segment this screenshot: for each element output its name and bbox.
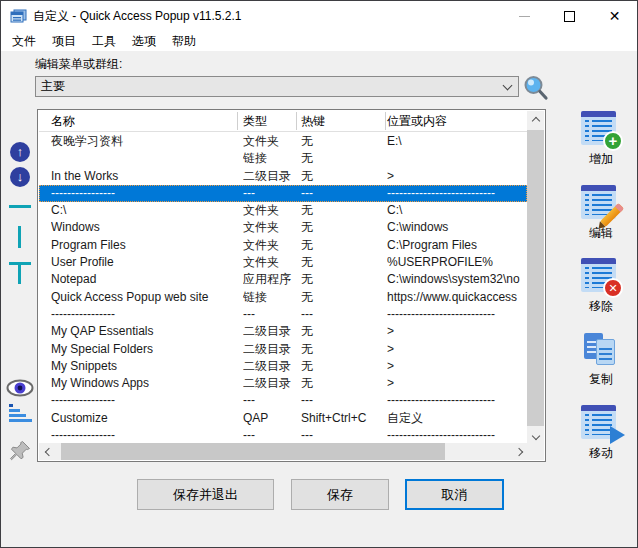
copy-button[interactable]: 复制 xyxy=(567,331,635,388)
magnifier-icon xyxy=(522,74,550,102)
sort-bars-icon xyxy=(9,404,13,407)
maximize-button[interactable] xyxy=(547,1,592,31)
eye-icon xyxy=(6,378,34,398)
app-window: 自定义 - Quick Access Popup v11.5.2.1 ✕ 文件 … xyxy=(0,0,638,548)
app-icon xyxy=(10,8,27,27)
table-row[interactable]: User Profile 文件夹 无 %USERPROFILE% xyxy=(39,254,527,271)
add-button[interactable]: + 增加 xyxy=(567,111,635,168)
menu-tools[interactable]: 工具 xyxy=(84,31,124,51)
table-row[interactable]: Notepad 应用程序 无 C:\windows\system32\no xyxy=(39,271,527,288)
move-button[interactable]: 移动 xyxy=(567,405,635,462)
add-item-icon: + xyxy=(581,111,621,149)
items-table: 名称 类型 热键 位置或内容 夜晚学习资料 文件夹 无 E:\ 链接 无 In … xyxy=(37,109,546,462)
table-row[interactable]: My Special Folders 二级目录 无 > xyxy=(39,341,527,358)
add-menu-break-button[interactable] xyxy=(9,262,31,284)
move-item-icon xyxy=(581,405,621,443)
minimize-button[interactable] xyxy=(502,1,547,31)
table-row[interactable]: 链接 无 xyxy=(39,150,527,167)
table-header: 名称 类型 热键 位置或内容 xyxy=(39,110,527,132)
title-bar: 自定义 - Quick Access Popup v11.5.2.1 ✕ xyxy=(1,1,637,31)
horizontal-scroll-thumb[interactable] xyxy=(61,443,445,460)
arrow-up-icon: ↑ xyxy=(17,144,24,159)
vertical-scrollbar[interactable] xyxy=(527,111,544,446)
arrow-right-icon xyxy=(610,426,625,444)
add-column-break-button[interactable] xyxy=(18,226,21,248)
table-row[interactable]: My QAP Essentials 二级目录 无 > xyxy=(39,323,527,340)
menu-item[interactable]: 项目 xyxy=(44,31,84,51)
vertical-scroll-thumb[interactable] xyxy=(527,130,544,426)
menu-help[interactable]: 帮助 xyxy=(164,31,204,51)
table-row[interactable]: In the Works 二级目录 无 > xyxy=(39,168,527,185)
scroll-left-arrow-icon[interactable] xyxy=(39,443,56,460)
table-row[interactable]: ---------------- --- --- ---------------… xyxy=(39,392,527,409)
table-row[interactable]: ---------------- --- --- ---------------… xyxy=(39,427,527,443)
edit-item-icon xyxy=(581,185,621,223)
chevron-down-icon xyxy=(503,81,513,91)
remove-button[interactable]: ✕ 移除 xyxy=(567,258,635,315)
table-row[interactable]: My Snippets 二级目录 无 > xyxy=(39,358,527,375)
table-rows: 夜晚学习资料 文件夹 无 E:\ 链接 无 In the Works 二级目录 … xyxy=(39,133,527,443)
menu-bar: 文件 项目 工具 选项 帮助 xyxy=(1,31,637,51)
table-row[interactable]: C:\ 文件夹 无 C:\ xyxy=(39,202,527,219)
table-row[interactable]: 夜晚学习资料 文件夹 无 E:\ xyxy=(39,133,527,150)
arrow-down-icon: ↓ xyxy=(17,169,24,184)
copy-item-icon xyxy=(581,331,621,369)
move-down-button[interactable]: ↓ xyxy=(10,167,30,187)
x-icon: ✕ xyxy=(603,278,623,298)
scroll-up-arrow-icon[interactable] xyxy=(527,111,544,128)
save-and-exit-button[interactable]: 保存并退出 xyxy=(137,479,274,510)
window-title: 自定义 - Quick Access Popup v11.5.2.1 xyxy=(33,1,242,31)
move-button-label: 移动 xyxy=(567,445,635,462)
search-button[interactable] xyxy=(522,74,550,102)
remove-button-label: 移除 xyxy=(567,298,635,315)
col-header-name[interactable]: 名称 xyxy=(51,110,75,132)
col-header-hotkey[interactable]: 热键 xyxy=(301,110,325,132)
preview-button[interactable] xyxy=(6,378,34,401)
edit-menu-label: 编辑菜单或群组: xyxy=(35,56,122,73)
minimize-icon xyxy=(519,16,530,17)
remove-item-icon: ✕ xyxy=(581,258,621,296)
move-up-button[interactable]: ↑ xyxy=(10,142,30,162)
col-header-type[interactable]: 类型 xyxy=(243,110,267,132)
menu-group-value: 主要 xyxy=(41,79,65,93)
pin-button[interactable] xyxy=(8,439,32,466)
table-row[interactable]: ---------------- --- --- ---------------… xyxy=(39,306,527,323)
col-header-location[interactable]: 位置或内容 xyxy=(387,110,447,132)
add-separator-button[interactable] xyxy=(9,205,31,208)
menu-group-select[interactable]: 主要 xyxy=(35,76,519,97)
menu-file[interactable]: 文件 xyxy=(4,31,44,51)
maximize-icon xyxy=(564,11,575,22)
pushpin-icon xyxy=(8,439,32,463)
edit-button[interactable]: 编辑 xyxy=(567,185,635,242)
save-button[interactable]: 保存 xyxy=(291,479,389,510)
table-row[interactable]: My Windows Apps 二级目录 无 > xyxy=(39,375,527,392)
cancel-button[interactable]: 取消 xyxy=(405,479,504,510)
table-row[interactable]: Windows 文件夹 无 C:\windows xyxy=(39,219,527,236)
horizontal-scrollbar[interactable] xyxy=(39,443,529,460)
close-button[interactable]: ✕ xyxy=(592,1,637,31)
copy-button-label: 复制 xyxy=(567,371,635,388)
table-row[interactable]: ---------------- --- --- ---------------… xyxy=(39,185,527,202)
sort-items-button[interactable] xyxy=(9,404,32,424)
menu-options[interactable]: 选项 xyxy=(124,31,164,51)
table-row[interactable]: Program Files 文件夹 无 C:\Program Files xyxy=(39,237,527,254)
add-button-label: 增加 xyxy=(567,151,635,168)
plus-icon: + xyxy=(603,131,623,151)
table-row[interactable]: Customize QAP Shift+Ctrl+C 自定义 xyxy=(39,410,527,427)
close-icon: ✕ xyxy=(609,9,621,23)
table-row[interactable]: Quick Access Popup web site 链接 无 https:/… xyxy=(39,289,527,306)
